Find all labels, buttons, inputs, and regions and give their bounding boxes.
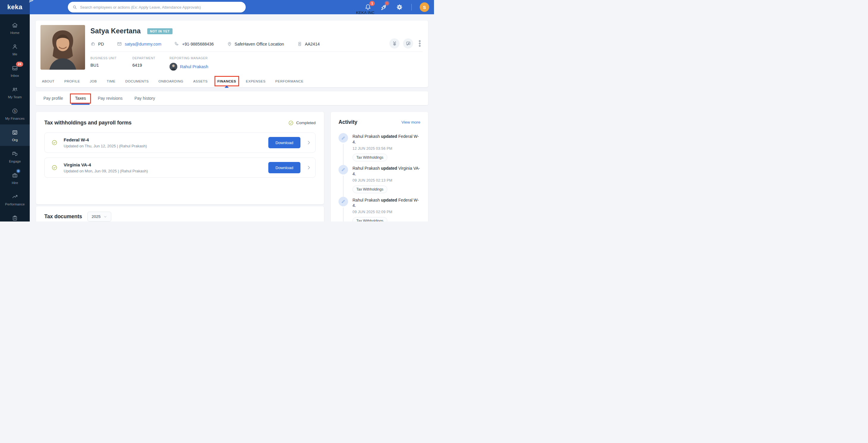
sidebar-item-me[interactable]: Me [0, 39, 30, 60]
tab-about[interactable]: ABOUT [42, 79, 55, 84]
location-pin-icon [227, 41, 232, 47]
keka-logo[interactable]: keka [0, 0, 30, 14]
download-button[interactable]: Download [268, 162, 301, 173]
home-icon [11, 22, 19, 29]
feedback-button[interactable] [403, 38, 413, 49]
subtab-pay-revisions[interactable]: Pay revisions [98, 96, 123, 100]
check-circle-icon [51, 139, 58, 146]
notification-count-badge: 1 [369, 1, 375, 6]
tab-onboarding[interactable]: ONBOARDING [158, 79, 184, 84]
avatar-company-label: KEKA INC [356, 10, 374, 15]
sidebar-item-engage[interactable]: Engage [0, 146, 30, 167]
subtab-taxes[interactable]: Taxes [75, 96, 86, 100]
activity-tag: Tax Withholdings [352, 185, 387, 193]
reporting-manager-field: REPORTING MANAGER Rahul Prakash [169, 56, 208, 70]
dollar-circle-icon: $ [11, 108, 19, 115]
tax-documents-heading: Tax documents [44, 213, 82, 220]
manager-avatar [169, 63, 177, 70]
profile-fields: BUSINESS UNIT BU1 DEPARTMENT 6419 REPORT… [90, 56, 208, 70]
active-tab-indicator [225, 85, 229, 88]
team-icon [11, 86, 19, 93]
subtab-pay-history[interactable]: Pay history [134, 96, 155, 100]
contact-row: PD satya@dummy.com +91-9885688436 SafeHa… [90, 41, 320, 47]
pencil-icon [339, 165, 348, 174]
medal-icon [392, 41, 397, 47]
profile-more-menu[interactable] [417, 39, 423, 47]
chevron-right-icon[interactable] [306, 140, 312, 146]
location-item: SafeHaven Office Location [227, 41, 284, 47]
employee-profile-card: Satya Keertana NOT IN YET PD satya@dummy… [36, 21, 428, 87]
sidebar-item-my-finances[interactable]: $ My Finances [0, 103, 30, 124]
user-avatar[interactable]: S [420, 2, 429, 12]
chevron-right-icon[interactable] [306, 165, 312, 171]
settings-button[interactable] [396, 3, 403, 11]
tab-profile[interactable]: PROFILE [64, 79, 80, 84]
activity-entry: Rahul Prakash updated Federal W-4. 09 JU… [339, 197, 420, 222]
notifications-button[interactable]: 1 [364, 3, 372, 11]
tax-form-row-federal-w4[interactable]: Federal W-4 Updated on Thu, Jun 12, 2025… [44, 132, 316, 153]
sidebar-item-my-team[interactable]: My Team [0, 82, 30, 103]
job-code-item: PD [90, 41, 104, 47]
sidebar-item-project[interactable]: Project [0, 210, 30, 222]
envelope-icon [117, 41, 122, 47]
tab-assets[interactable]: ASSETS [193, 79, 208, 84]
completed-status: Completed [288, 120, 316, 126]
check-circle-icon [51, 164, 58, 171]
global-search[interactable] [68, 2, 246, 12]
activity-tag: Tax Withholdings [352, 217, 387, 222]
clipboard-icon [11, 215, 19, 222]
sidebar-item-inbox[interactable]: Inbox 24 [0, 60, 30, 82]
manager-link[interactable]: Rahul Prakash [180, 64, 208, 69]
subtab-active-underline [71, 104, 90, 105]
trend-up-icon [11, 193, 19, 200]
gear-icon [396, 3, 403, 11]
tab-time[interactable]: TIME [106, 79, 116, 84]
tab-documents[interactable]: DOCUMENTS [125, 79, 149, 84]
subtab-pay-profile[interactable]: Pay profile [43, 96, 63, 100]
search-icon [72, 4, 78, 10]
sidebar-item-org[interactable]: Org [0, 124, 30, 146]
view-more-link[interactable]: View more [401, 120, 420, 124]
department-field: DEPARTMENT 6419 [132, 56, 169, 70]
email-item: satya@dummy.com [117, 41, 161, 47]
pencil-icon [339, 133, 348, 143]
sidebar: Home Me Inbox 24 My Team $ My Finances O… [0, 14, 30, 222]
chevron-down-icon [103, 215, 107, 218]
form-subtitle: Updated on Mon, Jun 09, 2025 | (Rahul Pr… [64, 169, 148, 173]
tab-finances[interactable]: FINANCES [217, 79, 237, 84]
topbar-divider [411, 4, 412, 10]
sidebar-item-performance[interactable]: Performance [0, 189, 30, 210]
activity-entry: Rahul Prakash updated Virginia VA-4. 09 … [339, 166, 420, 193]
tab-performance[interactable]: PERFORMANCE [275, 79, 304, 84]
form-title: Federal W-4 [64, 137, 147, 142]
main-content: Satya Keertana NOT IN YET PD satya@dummy… [30, 14, 434, 222]
praise-button[interactable] [390, 38, 400, 49]
tax-withholdings-heading: Tax withholdings and payroll forms [44, 120, 131, 126]
person-icon [11, 43, 19, 50]
activity-time: 09 JUN 2025 02:13 PM [352, 178, 420, 182]
tax-year-dropdown[interactable]: 2025 [88, 212, 111, 222]
business-unit-field: BUSINESS UNIT BU1 [90, 56, 132, 70]
inbox-count-badge: 24 [16, 62, 23, 67]
tab-expenses[interactable]: EXPENSES [246, 79, 266, 84]
boost-button[interactable] [380, 3, 388, 11]
sidebar-item-hire[interactable]: Hire [0, 167, 30, 189]
id-card-icon [297, 41, 302, 47]
tax-form-row-virginia-va4[interactable]: Virginia VA-4 Updated on Mon, Jun 09, 20… [44, 157, 316, 178]
briefcase-small-icon [90, 41, 95, 47]
tab-job[interactable]: JOB [90, 79, 97, 84]
phone-item: +91-9885688436 [174, 41, 214, 47]
svg-text:$: $ [14, 109, 16, 113]
status-badge: NOT IN YET [147, 28, 173, 34]
download-button[interactable]: Download [268, 137, 301, 148]
hire-alert-dot [17, 170, 20, 172]
search-input[interactable] [80, 5, 242, 9]
sidebar-item-home[interactable]: Home [0, 17, 30, 39]
form-title: Virginia VA-4 [64, 162, 148, 167]
pencil-icon [339, 197, 348, 206]
email-link[interactable]: satya@dummy.com [125, 42, 161, 47]
profile-tabs: ABOUT PROFILE JOB TIME DOCUMENTS ONBOARD… [42, 75, 422, 87]
keka-logo-text: keka [7, 3, 23, 11]
employee-id-item: AA2414 [297, 41, 320, 47]
briefcase-icon [11, 172, 19, 179]
